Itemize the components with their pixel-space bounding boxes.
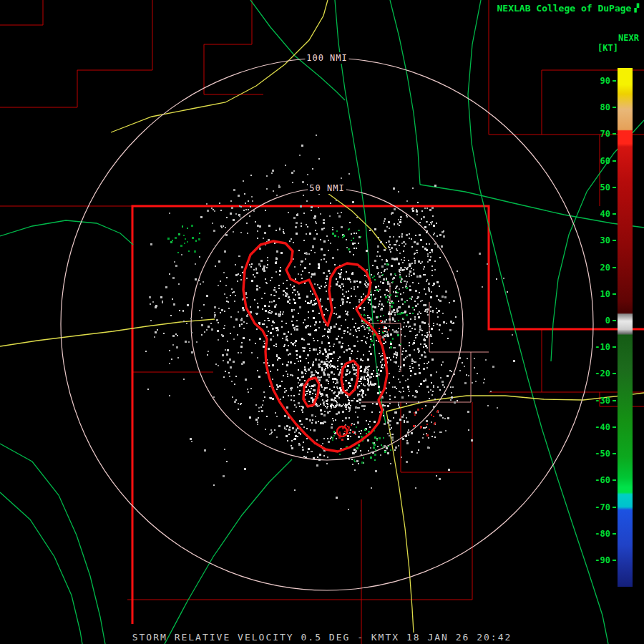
green-highways bbox=[0, 0, 644, 644]
colorbar-tick: -30 bbox=[595, 396, 616, 406]
colorbar-title: NEXR bbox=[618, 33, 639, 43]
colorbar-tick: -70 bbox=[595, 502, 616, 512]
colorbar-tick: -50 bbox=[595, 449, 616, 459]
colorbar-tick: 40 bbox=[600, 209, 616, 219]
colorbar-tick: -40 bbox=[595, 422, 616, 432]
brand-header: NEXLAB College of DuPage ▞ bbox=[497, 3, 639, 14]
county-lines bbox=[0, 0, 644, 644]
colorbar-tick: 10 bbox=[600, 289, 616, 299]
colorbar-tick: 60 bbox=[600, 156, 616, 166]
colorbar-tick: -20 bbox=[595, 369, 616, 379]
colorbar-tick: -90 bbox=[595, 555, 616, 565]
colorbar-gradient bbox=[618, 68, 633, 587]
colorbar-tick: -60 bbox=[595, 475, 616, 485]
colorbar-tick: -10 bbox=[595, 342, 616, 352]
range-ring-label: 100 NMI bbox=[306, 53, 348, 63]
colorbar-tick: 80 bbox=[600, 102, 616, 112]
colorbar-ticks: 9080706050403020100-10-20-30-40-50-60-70… bbox=[583, 68, 616, 587]
colorbar-tick: 20 bbox=[600, 263, 616, 273]
state-border bbox=[132, 206, 644, 624]
colorbar-tick: 30 bbox=[600, 235, 616, 245]
nexrad-radar-viewer: 100 NMI50 NMI NEXLAB College of DuPage ▞… bbox=[0, 0, 644, 644]
colorbar-tick: 50 bbox=[600, 182, 616, 192]
colorbar-unit: [KT] bbox=[597, 43, 618, 53]
colorbar-tick: -80 bbox=[595, 529, 616, 539]
colorbar-tick: 70 bbox=[600, 129, 616, 139]
radar-map: 100 NMI50 NMI bbox=[0, 0, 644, 644]
colorbar-tick: 90 bbox=[600, 76, 616, 86]
product-status-bar: STORM RELATIVE VELOCITY 0.5 DEG - KMTX 1… bbox=[0, 632, 644, 643]
range-ring-label: 50 NMI bbox=[309, 183, 344, 193]
product-label: STORM RELATIVE VELOCITY 0.5 DEG - KMTX 1… bbox=[132, 632, 512, 643]
cod-logo-icon: ▞ bbox=[634, 4, 639, 12]
brand-text: NEXLAB College of DuPage bbox=[497, 3, 632, 14]
colorbar-tick: 0 bbox=[605, 316, 616, 326]
